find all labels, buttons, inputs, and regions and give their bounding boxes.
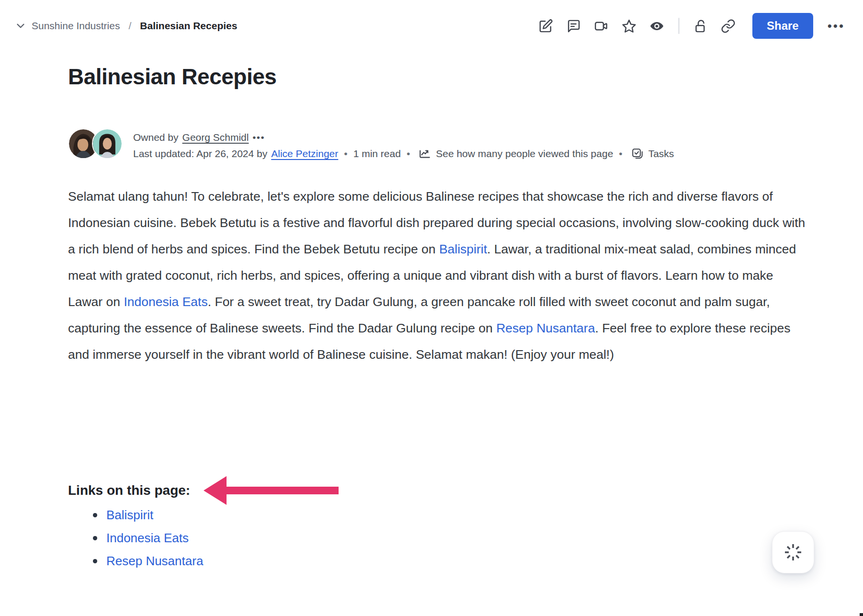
edit-button[interactable] [535, 15, 556, 36]
breadcrumb-current-page: Balinesian Recepies [140, 20, 237, 32]
links-heading-row: Links on this page: [68, 473, 339, 508]
breadcrumb-space-link[interactable]: Sunshine Industries [32, 20, 120, 32]
list-item: Balispirit [82, 509, 203, 522]
meta-dot: • [405, 146, 412, 162]
ellipsis-icon: ••• [828, 19, 845, 33]
inline-link-indonesia-eats[interactable]: Indonesia Eats [124, 295, 207, 309]
star-icon [622, 19, 636, 34]
byline: Owned by Georg Schmidl ••• Last updated:… [68, 128, 674, 162]
inline-link-resep-nusantara[interactable]: Resep Nusantara [496, 321, 595, 335]
list-link-indonesia-eats[interactable]: Indonesia Eats [106, 531, 189, 545]
owner-more-button[interactable]: ••• [252, 129, 265, 146]
meta-dot: • [617, 146, 624, 162]
page-actions: Share ••• [535, 13, 848, 39]
unlock-icon [693, 19, 708, 34]
video-camera-icon [594, 19, 609, 34]
list-item: Indonesia Eats [82, 532, 203, 545]
owner-link[interactable]: Georg Schmidl [182, 129, 249, 146]
avatar-alice[interactable] [92, 128, 123, 159]
copy-link-button[interactable] [718, 15, 739, 36]
star-button[interactable] [619, 15, 640, 36]
owned-by-label: Owned by [133, 129, 179, 146]
list-link-balispirit[interactable]: Balispirit [106, 508, 153, 522]
loading-widget-button[interactable] [772, 531, 814, 573]
links-list: Balispirit Indonesia Eats Resep Nusantar… [82, 509, 203, 578]
toolbar-divider [678, 18, 680, 34]
link-icon [721, 19, 736, 34]
spinner-icon [783, 542, 803, 562]
eye-icon [649, 19, 664, 34]
watch-button[interactable] [647, 15, 668, 36]
annotation-arrow-icon [204, 473, 339, 508]
share-button[interactable]: Share [752, 13, 813, 39]
analytics-graph-icon [419, 148, 431, 160]
page-title: Balinesian Recepies [68, 63, 276, 90]
editor-link[interactable]: Alice Petzinger [271, 146, 338, 162]
views-link[interactable]: See how many people viewed this page [436, 146, 613, 162]
tasks-icon [631, 148, 644, 160]
links-heading: Links on this page: [68, 483, 190, 498]
read-time: 1 min read [353, 146, 401, 162]
breadcrumb-separator: / [125, 20, 135, 32]
edit-icon [538, 19, 553, 34]
chevron-down-icon[interactable] [14, 20, 27, 32]
more-options-button[interactable]: ••• [825, 16, 848, 36]
list-link-resep-nusantara[interactable]: Resep Nusantara [106, 554, 203, 568]
comment-icon [566, 19, 581, 34]
breadcrumb: Sunshine Industries / Balinesian Recepie… [14, 20, 237, 32]
comment-button[interactable] [563, 15, 584, 36]
inline-link-balispirit[interactable]: Balispirit [439, 242, 487, 256]
corner-artifact [860, 613, 863, 616]
permissions-button[interactable] [690, 15, 711, 36]
body-paragraph: Selamat ulang tahun! To celebrate, let's… [68, 183, 809, 368]
tasks-link[interactable]: Tasks [648, 146, 674, 162]
top-bar: Sunshine Industries / Balinesian Recepie… [0, 0, 863, 45]
video-button[interactable] [591, 15, 612, 36]
meta-dot: • [342, 146, 349, 162]
list-item: Resep Nusantara [82, 555, 203, 568]
last-updated-label: Last updated: Apr 26, 2024 by [133, 146, 267, 162]
avatar-group [68, 128, 123, 162]
